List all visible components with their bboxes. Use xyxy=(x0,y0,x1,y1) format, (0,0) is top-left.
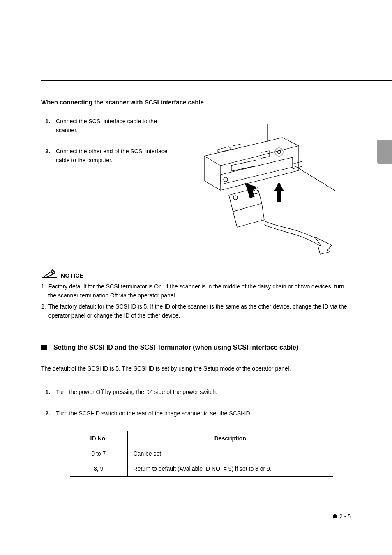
section1-heading: When connecting the scanner with SCSI in… xyxy=(41,99,351,106)
section2: Setting the SCSI ID and the SCSI Termina… xyxy=(41,343,351,477)
top-divider xyxy=(41,80,392,81)
step-item: 2. Turn the SCSI-ID switch on the rear o… xyxy=(41,409,351,418)
section1-heading-suffix: . xyxy=(204,99,205,106)
scsi-id-table: ID No. Description 0 to 7 Can be set 8, … xyxy=(70,431,333,477)
section2-intro: The default of the SCSI ID is 5. The SCS… xyxy=(41,364,351,373)
svg-point-2 xyxy=(224,177,228,182)
section2-title-row: Setting the SCSI ID and the SCSI Termina… xyxy=(41,343,351,352)
step-number: 2. xyxy=(41,409,50,418)
table-cell-id: 8, 9 xyxy=(70,461,127,476)
step-item: 1. Connect the SCSI interface cable to t… xyxy=(41,117,173,135)
table-cell-desc: Return to default (Available ID NO. = 5)… xyxy=(127,461,333,476)
step-number: 2. xyxy=(41,147,50,165)
table-cell-id: 0 to 7 xyxy=(70,446,127,461)
section1-row: 1. Connect the SCSI interface cable to t… xyxy=(41,117,351,257)
scanner-connection-illustration xyxy=(192,121,344,257)
step-text: Turn the power Off by pressing the “0” s… xyxy=(56,388,351,397)
section1-heading-text: When connecting the scanner with SCSI in… xyxy=(41,99,204,106)
section1-steps-col: 1. Connect the SCSI interface cable to t… xyxy=(41,117,173,177)
step-text: Turn the SCSI-ID switch on the rear of t… xyxy=(56,409,351,418)
notice-header: NOTICE xyxy=(41,269,351,279)
side-tab xyxy=(377,140,392,164)
notice-list: 1. Factory default for the SCSI terminat… xyxy=(41,282,351,320)
table-header-desc: Description xyxy=(127,431,333,446)
notice-item-number: 1. xyxy=(41,282,46,300)
table-row: 0 to 7 Can be set xyxy=(70,446,333,461)
section1-steps: 1. Connect the SCSI interface cable to t… xyxy=(41,117,173,165)
scanner-cable-diagram xyxy=(185,117,351,257)
page-footer: 2 - 5 xyxy=(333,513,351,520)
page-number: 2 - 5 xyxy=(339,513,351,520)
notice-item: 2. The factory default for the SCSI ID i… xyxy=(41,302,351,320)
notice-item-number: 2. xyxy=(41,302,46,320)
table-row: 8, 9 Return to default (Available ID NO.… xyxy=(70,461,333,476)
step-item: 1. Turn the power Off by pressing the “0… xyxy=(41,388,351,397)
notice-block: NOTICE 1. Factory default for the SCSI t… xyxy=(41,269,351,320)
step-text: Connect the SCSI interface cable to the … xyxy=(56,117,173,135)
svg-point-3 xyxy=(275,148,283,156)
section2-steps: 1. Turn the power Off by pressing the “0… xyxy=(41,388,351,418)
table-cell-desc: Can be set xyxy=(127,446,333,461)
notice-item-text: Factory default for the SCSI terminator … xyxy=(48,282,351,300)
notice-item-text: The factory default for the SCSI ID is 5… xyxy=(48,302,351,320)
table-header-row: ID No. Description xyxy=(70,431,333,446)
step-number: 1. xyxy=(41,388,50,397)
pencil-icon xyxy=(41,269,58,279)
table-header-id: ID No. xyxy=(70,431,127,446)
step-text: Connect the other end of the SCSI interf… xyxy=(56,147,173,165)
footer-bullet-icon xyxy=(333,514,337,518)
square-bullet-icon xyxy=(41,345,47,350)
section2-title: Setting the SCSI ID and the SCSI Termina… xyxy=(53,343,298,352)
main-content: When connecting the scanner with SCSI in… xyxy=(41,99,351,477)
svg-point-6 xyxy=(254,190,258,194)
svg-rect-7 xyxy=(248,190,255,198)
notice-label: NOTICE xyxy=(61,272,84,279)
step-number: 1. xyxy=(41,117,50,135)
notice-item: 1. Factory default for the SCSI terminat… xyxy=(41,282,351,300)
step-item: 2. Connect the other end of the SCSI int… xyxy=(41,147,173,165)
svg-point-5 xyxy=(233,196,238,200)
